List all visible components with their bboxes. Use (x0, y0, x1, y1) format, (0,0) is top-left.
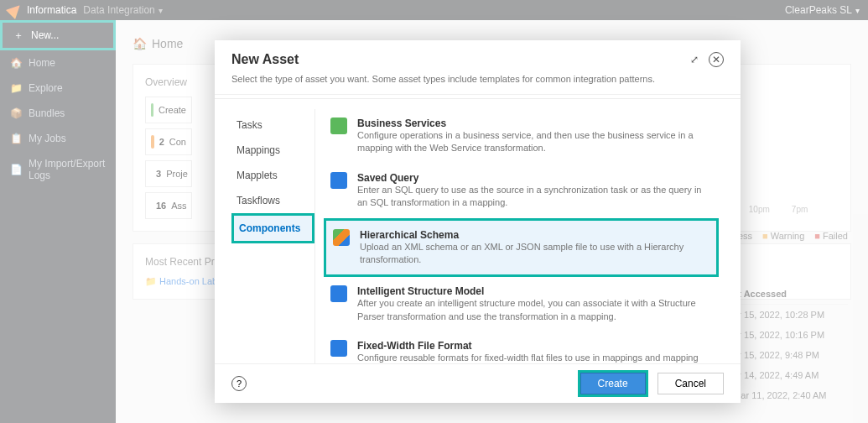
file-icon (330, 340, 347, 357)
asset-business-services[interactable]: Business ServicesConfigure operations in… (324, 109, 719, 164)
schema-icon (333, 229, 350, 246)
category-mapplets[interactable]: Mapplets (231, 163, 314, 188)
service-icon (330, 118, 347, 134)
asset-saved-query[interactable]: Saved QueryEnter an SQL query to use as … (324, 164, 719, 218)
category-components[interactable]: Components (231, 213, 314, 243)
query-icon (330, 172, 347, 189)
category-mappings[interactable]: Mappings (231, 138, 314, 163)
category-taskflows[interactable]: Taskflows (231, 188, 314, 213)
category-tasks[interactable]: Tasks (231, 112, 314, 138)
create-button[interactable]: Create (580, 373, 646, 394)
structure-icon (330, 285, 347, 302)
asset-hierarchical-schema[interactable]: Hierarchical SchemaUpload an XML schema … (324, 218, 719, 278)
category-list: Tasks Mappings Mapplets Taskflows Compon… (231, 109, 315, 363)
asset-intelligent-structure[interactable]: Intelligent Structure ModelAfter you cre… (324, 277, 719, 332)
new-asset-modal: New Asset ⤢ ✕ Select the type of asset y… (215, 40, 741, 403)
asset-fixed-width[interactable]: Fixed-Width File FormatConfigure reusabl… (324, 332, 719, 363)
asset-list: Business ServicesConfigure operations in… (324, 109, 724, 363)
modal-subtitle: Select the type of asset you want. Some … (215, 74, 741, 95)
help-icon[interactable]: ? (231, 376, 247, 391)
modal-title: New Asset (231, 52, 299, 67)
expand-icon[interactable]: ⤢ (687, 52, 702, 67)
cancel-button[interactable]: Cancel (657, 373, 724, 394)
close-icon[interactable]: ✕ (709, 52, 724, 67)
